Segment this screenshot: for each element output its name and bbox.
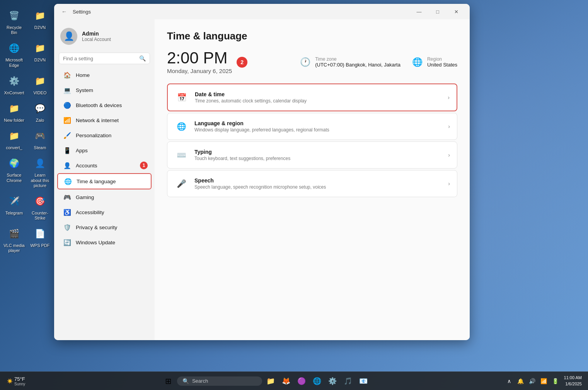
nav-icon-privacy: 🛡️	[63, 223, 71, 231]
time-badge: 2	[237, 57, 247, 68]
taskbar-left: ☀️ 75°F Sunny	[0, 375, 28, 388]
sidebar-item-gaming[interactable]: 🎮 Gaming	[57, 190, 152, 204]
nav-icon-system: 💻	[63, 86, 71, 94]
desktop-icon-xnconvert[interactable]: ⚙️ XnConvert	[2, 71, 26, 98]
minimize-button[interactable]: —	[410, 5, 428, 18]
desktop-icon-convert[interactable]: 📁 convert_	[2, 126, 26, 153]
sidebar-item-system[interactable]: 💻 System	[57, 83, 152, 97]
desktop-icon-learn[interactable]: 👤 Learn about this picture	[28, 153, 52, 191]
nav-icon-time: 🌐	[64, 177, 72, 185]
desktop-icon-zalo[interactable]: 💬 Zalo	[28, 99, 52, 125]
taskbar-music[interactable]: 🎵	[341, 374, 355, 388]
taskbar-battery[interactable]: 🔋	[550, 376, 561, 387]
maximize-button[interactable]: □	[429, 5, 447, 18]
taskbar-chevron[interactable]: ∧	[504, 376, 515, 387]
time-display-row: 2:00 PM Monday, January 6, 2025 2 🕐 Time…	[167, 50, 457, 74]
card-icon-language-region: 🌐	[174, 119, 188, 133]
card-item-typing[interactable]: ⌨️ Typing Touch keyboard, text suggestio…	[167, 142, 457, 168]
start-button[interactable]: ⊞	[162, 374, 176, 388]
card-item-speech[interactable]: 🎤 Speech Speech language, speech recogni…	[167, 170, 457, 197]
user-type: Local Account	[82, 37, 111, 42]
taskbar-files[interactable]: 📁	[264, 374, 278, 388]
title-nav: ←	[59, 6, 70, 17]
nav-label-privacy: Privacy & security	[76, 225, 117, 230]
desktop-icon-video-folder[interactable]: 📁 VIDEO	[28, 71, 52, 98]
sidebar-item-apps[interactable]: 📱 Apps	[57, 143, 152, 158]
user-profile[interactable]: 👤 Admin Local Account	[54, 23, 155, 51]
desktop-icon-wps-pdf[interactable]: 📄 WPS PDF	[28, 224, 52, 255]
search-box[interactable]: 🔍	[59, 53, 150, 64]
desktop-icon-recycle-bin[interactable]: 🗑️ Recycle Bin	[2, 6, 26, 37]
nav-icon-accessibility: ♿	[63, 208, 71, 216]
taskbar-app1[interactable]: 🟣	[295, 374, 308, 388]
desktop-icon-d2vn2[interactable]: 📁 D2VN	[28, 38, 52, 70]
desktop-icon-ms-edge[interactable]: 🌐 Microsoft Edge	[2, 38, 26, 70]
sidebar-item-accounts[interactable]: 👤 Accounts 1	[57, 158, 152, 173]
desktop-icon-counter-strike[interactable]: 🎯 Counter-Strike	[28, 191, 52, 223]
region-block: 🌐 Region United States	[412, 56, 457, 68]
desktop-icon-d2vn-folder[interactable]: 📁 D2VN	[28, 6, 52, 37]
card-title-date-time: Date & time	[195, 91, 441, 97]
taskbar-edge[interactable]: 🌐	[310, 374, 324, 388]
sidebar-item-home[interactable]: 🏠 Home	[57, 68, 152, 82]
taskbar-weather[interactable]: ☀️ 75°F Sunny	[4, 375, 28, 388]
card-desc-date-time: Time zones, automatic clock settings, ca…	[195, 98, 441, 104]
desktop-icon-new-folder[interactable]: 📁 New folder	[2, 99, 26, 125]
card-item-language-region[interactable]: 🌐 Language & region Windows display lang…	[167, 113, 457, 140]
taskbar-settings[interactable]: ⚙️	[326, 374, 339, 388]
clock-icon: 🕐	[300, 57, 310, 67]
settings-card-date-time: 📅 Date & time Time zones, automatic cloc…	[167, 83, 457, 111]
taskbar-time[interactable]: 11:00 AM 1/6/2025	[562, 373, 584, 388]
card-desc-language-region: Windows display language, preferred lang…	[194, 127, 442, 133]
nav-badge-accounts: 1	[140, 162, 148, 169]
nav-label-personalization: Personalization	[76, 133, 111, 138]
desktop-icon-surface-chrome[interactable]: 🌍 Surface Chrome	[2, 153, 26, 191]
avatar: 👤	[60, 28, 77, 45]
sidebar-item-bluetooth[interactable]: 🔵 Bluetooth & devices	[57, 98, 152, 112]
taskbar-time-display: 11:00 AM	[564, 375, 582, 381]
desktop-icon-vlc[interactable]: 🎬 VLC media player	[2, 224, 26, 255]
card-chevron-date-time: ›	[448, 94, 450, 100]
sidebar: 👤 Admin Local Account 🔍 🏠 Home 💻 System	[54, 19, 155, 340]
taskbar-notification[interactable]: 🔔	[515, 376, 526, 387]
title-bar: ← Settings — □ ✕	[54, 4, 470, 19]
search-icon: 🔍	[182, 378, 189, 384]
nav-icon-home: 🏠	[63, 71, 71, 79]
sidebar-item-privacy[interactable]: 🛡️ Privacy & security	[57, 220, 152, 235]
nav-icon-network: 📶	[63, 116, 71, 124]
desktop-icon-steam[interactable]: 🎮 Steam	[28, 126, 52, 153]
current-date: Monday, January 6, 2025	[167, 68, 232, 74]
nav-label-accounts: Accounts	[76, 163, 97, 169]
settings-card-language-region: 🌐 Language & region Windows display lang…	[167, 113, 457, 140]
nav-icon-apps: 📱	[63, 146, 71, 154]
card-item-date-time[interactable]: 📅 Date & time Time zones, automatic cloc…	[168, 84, 457, 111]
weather-icon: ☀️	[7, 378, 13, 384]
taskbar-search[interactable]: 🔍 Search	[177, 376, 262, 386]
back-button[interactable]: ←	[59, 6, 70, 17]
nav-label-gaming: Gaming	[76, 194, 94, 200]
taskbar-mail[interactable]: 📧	[356, 374, 370, 388]
sidebar-item-time[interactable]: 🌐 Time & language	[57, 173, 152, 189]
nav-label-system: System	[76, 87, 93, 93]
search-input[interactable]	[63, 56, 136, 61]
taskbar-right: ∧ 🔔 🔊 📶 🔋 11:00 AM 1/6/2025	[504, 373, 588, 388]
settings-window: ← Settings — □ ✕ 👤 Admin Local Account	[54, 4, 470, 340]
sidebar-item-personalization[interactable]: 🖌️ Personalization	[57, 128, 152, 143]
taskbar-network[interactable]: 📶	[539, 376, 549, 387]
window-title: Settings	[73, 9, 91, 15]
card-desc-typing: Touch keyboard, text suggestions, prefer…	[194, 156, 442, 161]
sidebar-item-network[interactable]: 📶 Network & internet	[57, 113, 152, 128]
taskbar-center: ⊞ 🔍 Search 📁 🦊 🟣 🌐 ⚙️ 🎵 📧	[28, 374, 503, 388]
taskbar-browser1[interactable]: 🦊	[279, 374, 293, 388]
card-icon-date-time: 📅	[175, 90, 189, 104]
close-button[interactable]: ✕	[447, 5, 465, 18]
taskbar-volume[interactable]: 🔊	[527, 376, 538, 387]
user-name: Admin	[82, 31, 111, 37]
nav-label-accessibility: Accessibility	[76, 209, 104, 215]
sidebar-item-accessibility[interactable]: ♿ Accessibility	[57, 205, 152, 220]
card-icon-speech: 🎤	[174, 177, 188, 191]
desktop-icon-telegram[interactable]: ✈️ Telegram	[2, 191, 26, 223]
taskbar: ☀️ 75°F Sunny ⊞ 🔍 Search 📁 🦊 🟣 🌐 ⚙️ 🎵 📧 …	[0, 371, 588, 390]
timezone-label: Time zone	[315, 56, 401, 62]
sidebar-item-windows-update[interactable]: 🔄 Windows Update	[57, 235, 152, 250]
